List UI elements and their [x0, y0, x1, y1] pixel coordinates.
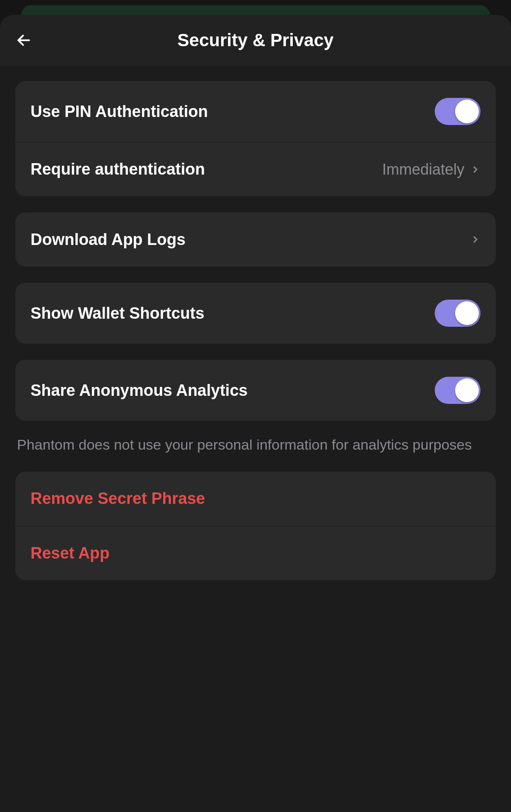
- analytics-note: Phantom does not use your personal infor…: [15, 435, 496, 455]
- require-auth-right: Immediately: [382, 161, 480, 178]
- danger-card: Remove Secret Phrase Reset App: [15, 472, 496, 580]
- analytics-card: Share Anonymous Analytics: [15, 360, 496, 421]
- content: Use PIN Authentication Require authentic…: [0, 66, 511, 612]
- wallet-shortcuts-row[interactable]: Show Wallet Shortcuts: [15, 283, 496, 344]
- back-button[interactable]: [15, 32, 32, 49]
- remove-secret-phrase-label: Remove Secret Phrase: [31, 489, 205, 508]
- use-pin-row[interactable]: Use PIN Authentication: [15, 81, 496, 142]
- settings-sheet: Security & Privacy Use PIN Authenticatio…: [0, 15, 511, 812]
- arrow-left-icon: [16, 32, 32, 48]
- reset-app-row[interactable]: Reset App: [15, 526, 496, 580]
- remove-secret-phrase-row[interactable]: Remove Secret Phrase: [15, 472, 496, 526]
- auth-card: Use PIN Authentication Require authentic…: [15, 81, 496, 196]
- wallet-shortcuts-toggle[interactable]: [435, 300, 480, 327]
- reset-app-label: Reset App: [31, 544, 110, 562]
- logs-card: Download App Logs: [15, 212, 496, 267]
- page-title: Security & Privacy: [15, 30, 496, 50]
- require-auth-value: Immediately: [382, 161, 464, 178]
- download-logs-label: Download App Logs: [31, 231, 186, 249]
- analytics-toggle[interactable]: [435, 377, 480, 404]
- require-auth-label: Require authentication: [31, 160, 205, 178]
- download-logs-row[interactable]: Download App Logs: [15, 212, 496, 267]
- analytics-label: Share Anonymous Analytics: [31, 381, 247, 400]
- chevron-right-icon: [470, 164, 480, 175]
- shortcuts-card: Show Wallet Shortcuts: [15, 283, 496, 344]
- use-pin-toggle[interactable]: [435, 98, 480, 125]
- header: Security & Privacy: [0, 15, 511, 66]
- use-pin-label: Use PIN Authentication: [31, 103, 208, 121]
- wallet-shortcuts-label: Show Wallet Shortcuts: [31, 304, 204, 323]
- analytics-row[interactable]: Share Anonymous Analytics: [15, 360, 496, 421]
- require-auth-row[interactable]: Require authentication Immediately: [15, 142, 496, 196]
- chevron-right-icon: [470, 234, 480, 245]
